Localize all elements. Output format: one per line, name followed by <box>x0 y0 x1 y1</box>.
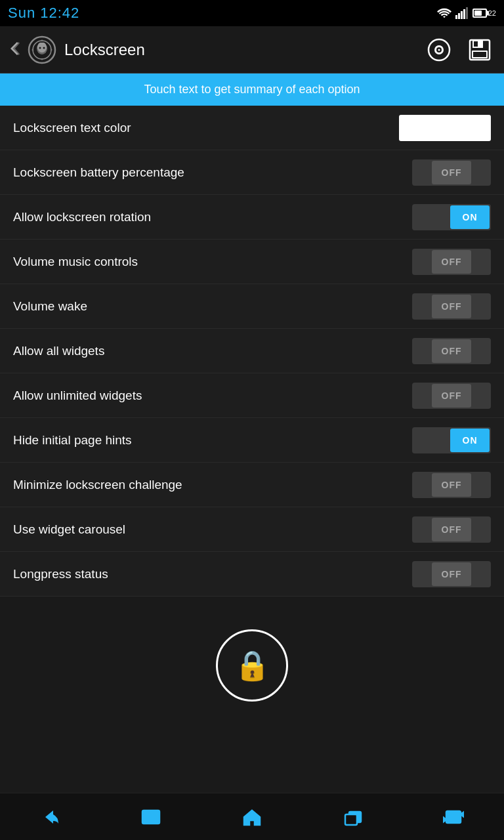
toggle-thumb-minimize-lockscreen-challenge: OFF <box>432 473 471 497</box>
toggle-thumb-allow-all-widgets: OFF <box>432 339 471 363</box>
status-bar: Sun 12:42 22 <box>0 0 504 26</box>
setting-row-lockscreen-battery-percentage[interactable]: Lockscreen battery percentageOFF <box>0 150 504 195</box>
svg-rect-1 <box>458 13 460 19</box>
svg-rect-24 <box>345 814 357 825</box>
toggle-thumb-allow-unlimited-widgets: OFF <box>432 384 471 408</box>
wifi-icon <box>437 7 452 19</box>
setting-row-allow-lockscreen-rotation[interactable]: Allow lockscreen rotationON <box>0 195 504 240</box>
toggle-thumb-volume-music-controls: OFF <box>432 250 471 274</box>
setting-label-minimize-lockscreen-challenge: Minimize lockscreen challenge <box>13 478 182 492</box>
svg-rect-25 <box>446 811 461 823</box>
lock-circle-icon: 🔒 <box>216 629 288 702</box>
setting-label-use-widget-carousel: Use widget carousel <box>13 522 125 537</box>
setting-label-lockscreen-battery-percentage: Lockscreen battery percentage <box>13 165 184 180</box>
toggle-volume-wake[interactable]: OFF <box>412 293 491 320</box>
settings-list: Lockscreen text colorLockscreen battery … <box>0 106 504 597</box>
hint-banner[interactable]: Touch text to get summary of each option <box>0 74 504 106</box>
toggle-longpress-status[interactable]: OFF <box>412 561 491 587</box>
svg-rect-20 <box>142 810 159 824</box>
toggle-volume-music-controls[interactable]: OFF <box>412 249 491 275</box>
setting-label-allow-unlimited-widgets: Allow unlimited widgets <box>13 388 142 403</box>
setting-row-allow-all-widgets[interactable]: Allow all widgetsOFF <box>0 329 504 373</box>
toggle-minimize-lockscreen-challenge[interactable]: OFF <box>412 472 491 498</box>
setting-label-longpress-status: Longpress status <box>13 567 108 581</box>
toggle-hide-initial-page-hints[interactable]: ON <box>412 427 491 453</box>
svg-rect-19 <box>473 52 486 57</box>
svg-point-13 <box>438 49 440 51</box>
setting-row-hide-initial-page-hints[interactable]: Hide initial page hintsON <box>0 418 504 463</box>
toggle-thumb-use-widget-carousel: OFF <box>432 518 471 541</box>
status-icons: 22 <box>437 7 496 19</box>
signal-icon <box>455 7 469 19</box>
svg-rect-2 <box>461 11 463 19</box>
setting-label-volume-wake: Volume wake <box>13 299 87 314</box>
toggle-thumb-allow-lockscreen-rotation: ON <box>450 205 490 229</box>
toggle-allow-unlimited-widgets[interactable]: OFF <box>412 383 491 409</box>
status-time: Sun 12:42 <box>8 5 79 22</box>
menu-nav-button[interactable] <box>131 797 171 837</box>
toggle-thumb-longpress-status: OFF <box>432 562 471 586</box>
recents-nav-button[interactable] <box>333 797 373 837</box>
setting-row-volume-music-controls[interactable]: Volume music controlsOFF <box>0 240 504 284</box>
setting-label-allow-lockscreen-rotation: Allow lockscreen rotation <box>13 210 151 224</box>
setting-label-allow-all-widgets: Allow all widgets <box>13 344 104 358</box>
svg-rect-0 <box>455 15 457 19</box>
battery-icon: 22 <box>472 9 496 18</box>
app-title: Lockscreen <box>64 41 145 59</box>
toggle-use-widget-carousel[interactable]: OFF <box>412 516 491 543</box>
toggle-thumb-hide-initial-page-hints: ON <box>450 429 490 452</box>
color-swatch-lockscreen-text-color[interactable] <box>399 115 491 141</box>
app-bar-left: Lockscreen <box>10 35 425 64</box>
svg-rect-17 <box>478 41 480 47</box>
lock-symbol-icon: 🔒 <box>234 648 270 682</box>
setting-row-longpress-status[interactable]: Longpress statusOFF <box>0 552 504 597</box>
setting-label-lockscreen-text-color: Lockscreen text color <box>13 121 131 135</box>
setting-label-volume-music-controls: Volume music controls <box>13 255 138 269</box>
app-bar: Lockscreen <box>0 26 504 74</box>
bottom-nav <box>0 793 504 840</box>
setting-row-allow-unlimited-widgets[interactable]: Allow unlimited widgetsOFF <box>0 373 504 418</box>
setting-row-volume-wake[interactable]: Volume wakeOFF <box>0 284 504 329</box>
back-chevron-icon[interactable] <box>10 41 20 59</box>
toggle-thumb-volume-wake: OFF <box>432 295 471 318</box>
home-nav-button[interactable] <box>232 797 272 837</box>
setting-label-hide-initial-page-hints: Hide initial page hints <box>13 433 132 448</box>
rotate-nav-button[interactable] <box>434 797 473 837</box>
svg-rect-4 <box>466 7 468 19</box>
lock-area: 🔒 <box>0 597 504 728</box>
app-bar-actions <box>425 36 494 64</box>
app-logo-icon <box>28 35 56 64</box>
toggle-lockscreen-battery-percentage[interactable]: OFF <box>412 159 491 186</box>
setting-row-use-widget-carousel[interactable]: Use widget carouselOFF <box>0 507 504 552</box>
back-nav-button[interactable] <box>31 797 70 837</box>
toggle-allow-all-widgets[interactable]: OFF <box>412 338 491 364</box>
svg-point-9 <box>43 47 45 49</box>
toggle-allow-lockscreen-rotation[interactable]: ON <box>412 204 491 230</box>
save-button[interactable] <box>466 36 494 64</box>
restore-button[interactable] <box>425 36 453 64</box>
setting-row-lockscreen-text-color[interactable]: Lockscreen text color <box>0 106 504 150</box>
svg-point-8 <box>39 47 41 49</box>
setting-row-minimize-lockscreen-challenge[interactable]: Minimize lockscreen challengeOFF <box>0 463 504 507</box>
toggle-thumb-lockscreen-battery-percentage: OFF <box>432 161 471 184</box>
svg-rect-3 <box>463 9 465 19</box>
